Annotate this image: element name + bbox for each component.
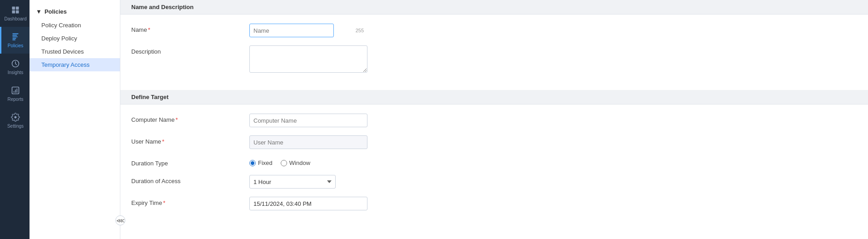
svg-point-14 — [15, 116, 17, 119]
name-label: Name* — [131, 24, 249, 33]
reports-icon — [11, 86, 20, 95]
sidebar-item-settings[interactable]: Settings — [0, 107, 30, 134]
expiry-time-label: Expiry Time* — [131, 197, 249, 206]
sidebar: Dashboard Policies Insights Reports Sett… — [0, 0, 30, 239]
duration-fixed-radio[interactable] — [249, 160, 256, 166]
duration-window-radio-label[interactable]: Window — [281, 159, 310, 166]
nav-item-policy-creation-label: Policy Creation — [41, 22, 81, 29]
nav-item-temporary-access-label: Temporary Access — [41, 61, 89, 68]
duration-fixed-radio-label[interactable]: Fixed — [249, 159, 273, 166]
sidebar-item-insights[interactable]: Insights — [0, 54, 30, 80]
svg-rect-0 — [12, 7, 15, 10]
nav-panel: ▼ Policies Policy Creation Deploy Policy… — [30, 0, 120, 239]
svg-rect-5 — [12, 35, 17, 36]
name-char-limit: 255 — [356, 28, 364, 33]
description-label: Description — [131, 45, 249, 55]
name-row: Name* 255 — [131, 24, 857, 37]
duration-access-select[interactable]: 1 Hour 2 Hours 4 Hours 8 Hours 24 Hours — [249, 175, 336, 189]
svg-rect-6 — [12, 36, 18, 37]
settings-icon — [11, 113, 20, 122]
expiry-time-input[interactable] — [249, 197, 367, 210]
duration-type-label: Duration Type — [131, 157, 249, 167]
name-description-form: Name* 255 Description — [120, 15, 868, 90]
description-row: Description — [131, 45, 857, 73]
section-define-target-header: Define Target — [120, 90, 868, 105]
nav-item-deploy-policy-label: Deploy Policy — [41, 35, 77, 42]
sidebar-label-dashboard: Dashboard — [5, 16, 27, 21]
define-target-form: Computer Name* User Name* Duration Type … — [120, 105, 868, 228]
computer-name-label: Computer Name* — [131, 114, 249, 123]
sidebar-item-dashboard[interactable]: Dashboard — [0, 0, 30, 27]
name-required-marker: * — [148, 26, 150, 33]
name-input[interactable] — [249, 24, 334, 37]
sidebar-label-insights: Insights — [8, 70, 23, 75]
section-name-description-header: Name and Description — [120, 0, 868, 15]
nav-item-trusted-devices-label: Trusted Devices — [41, 48, 84, 55]
section-name-description-title: Name and Description — [131, 4, 193, 10]
dashboard-icon — [11, 5, 20, 15]
main-content: Name and Description Name* 255 Descripti… — [120, 0, 868, 239]
user-name-label: User Name* — [131, 135, 249, 145]
computer-name-required-marker: * — [175, 116, 178, 123]
computer-name-row: Computer Name* — [131, 114, 857, 127]
collapse-icon: ⋘ — [116, 217, 124, 224]
description-input[interactable] — [249, 45, 367, 73]
nav-item-deploy-policy[interactable]: Deploy Policy — [30, 32, 120, 45]
svg-rect-11 — [14, 91, 15, 93]
name-input-wrapper: 255 — [249, 24, 367, 37]
expiry-time-required-marker: * — [163, 199, 165, 206]
duration-access-label: Duration of Access — [131, 175, 249, 184]
svg-rect-7 — [12, 38, 16, 39]
svg-rect-3 — [16, 10, 19, 14]
svg-rect-8 — [12, 40, 15, 40]
sidebar-item-policies[interactable]: Policies — [0, 27, 30, 54]
duration-type-row: Duration Type Fixed Window — [131, 157, 857, 167]
sidebar-label-reports: Reports — [7, 97, 23, 102]
user-name-row: User Name* — [131, 135, 857, 149]
svg-rect-2 — [12, 10, 15, 14]
duration-fixed-label: Fixed — [258, 159, 273, 166]
nav-section-policies[interactable]: ▼ Policies — [30, 5, 120, 19]
nav-section-label: Policies — [45, 8, 67, 15]
expiry-time-row: Expiry Time* — [131, 197, 857, 210]
insights-icon — [11, 59, 20, 68]
nav-item-temporary-access[interactable]: Temporary Access — [30, 58, 120, 71]
computer-name-input[interactable] — [249, 114, 367, 127]
svg-rect-12 — [15, 90, 16, 93]
duration-window-radio[interactable] — [281, 160, 287, 166]
sidebar-label-settings: Settings — [7, 124, 24, 129]
user-name-required-marker: * — [162, 138, 164, 145]
nav-item-trusted-devices[interactable]: Trusted Devices — [30, 45, 120, 58]
chevron-down-icon: ▼ — [36, 8, 42, 15]
sidebar-item-reports[interactable]: Reports — [0, 80, 30, 107]
policies-icon — [11, 32, 20, 41]
user-name-input[interactable] — [249, 135, 367, 149]
svg-rect-1 — [16, 7, 19, 10]
svg-rect-4 — [12, 34, 18, 35]
duration-type-group: Fixed Window — [249, 157, 310, 166]
duration-window-label: Window — [289, 159, 310, 166]
duration-access-row: Duration of Access 1 Hour 2 Hours 4 Hour… — [131, 175, 857, 189]
sidebar-label-policies: Policies — [8, 43, 23, 48]
section-define-target-title: Define Target — [131, 94, 169, 100]
svg-rect-13 — [17, 89, 18, 93]
collapse-nav-button[interactable]: ⋘ — [115, 215, 125, 225]
nav-item-policy-creation[interactable]: Policy Creation — [30, 19, 120, 32]
